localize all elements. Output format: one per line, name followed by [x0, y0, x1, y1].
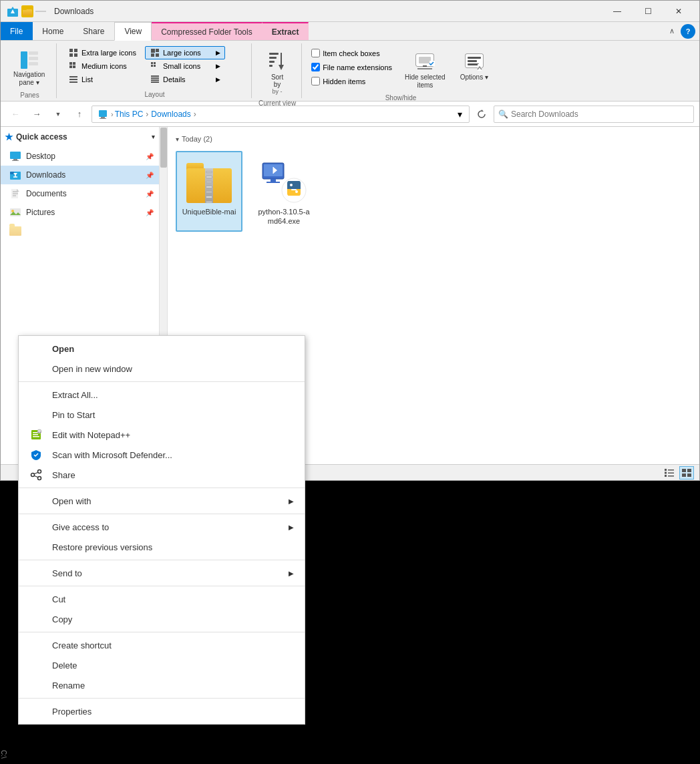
sidebar-item-desktop[interactable]: Desktop 📌: [1, 147, 159, 166]
quick-access-section[interactable]: ★ Quick access ▾: [1, 127, 159, 147]
file-name-extensions-checkbox[interactable]: [311, 63, 320, 71]
minimize-button[interactable]: —: [602, 1, 633, 22]
ribbon-collapse-button[interactable]: ∧: [665, 24, 679, 39]
tab-view[interactable]: View: [114, 22, 152, 41]
show-hide-content: Item check boxes File name extensions Hi…: [309, 43, 493, 93]
ctx-edit-notepad[interactable]: ++ Edit with Notepad++: [19, 425, 305, 445]
ctx-open[interactable]: Open: [19, 339, 305, 359]
tab-share[interactable]: Share: [73, 22, 114, 40]
status-list-view-button[interactable]: [662, 466, 677, 480]
show-hide-group: Item check boxes File name extensions Hi…: [303, 43, 498, 98]
svg-rect-8: [29, 57, 38, 60]
ctx-delete[interactable]: Delete: [19, 655, 305, 675]
medium-icons-button[interactable]: Medium icons: [63, 59, 144, 73]
ctx-give-access[interactable]: Give access to ▶: [19, 517, 305, 537]
svg-rect-41: [419, 57, 431, 63]
sidebar-item-pictures[interactable]: Pictures 📌: [1, 203, 159, 222]
item-check-boxes-label[interactable]: Item check boxes: [309, 47, 395, 59]
tab-file[interactable]: File: [1, 22, 33, 40]
file-item-uniquebible[interactable]: UniqueBible-mai: [176, 151, 242, 232]
hide-selected-button[interactable]: Hide selecteditems: [400, 46, 450, 93]
ctx-copy[interactable]: Copy: [19, 609, 305, 629]
file-name-extensions-text: File name extensions: [323, 63, 392, 71]
hidden-items-checkbox[interactable]: [311, 77, 320, 85]
ctx-separator-5: [19, 586, 305, 586]
svg-rect-20: [69, 65, 72, 68]
svg-rect-30: [151, 77, 159, 79]
svg-rect-57: [12, 160, 19, 161]
refresh-button[interactable]: [472, 105, 491, 124]
sidebar-scrollbar-thumb: [160, 128, 167, 168]
maximize-button[interactable]: ☐: [633, 1, 663, 22]
ctx-cut[interactable]: Cut: [19, 589, 305, 609]
small-icons-button[interactable]: Small icons ▶: [145, 59, 225, 73]
large-icons-button[interactable]: Large icons ▶: [145, 46, 225, 59]
sort-by-button[interactable]: Sortby by -: [260, 46, 295, 98]
ribbon-tabs: File Home Share View Compressed Folder T…: [1, 22, 699, 41]
medium-icons-label: Medium icons: [81, 62, 127, 70]
ctx-send-to[interactable]: Send to ▶: [19, 563, 305, 583]
ctx-separator-2: [19, 488, 305, 488]
ctx-rename[interactable]: Rename: [19, 675, 305, 695]
help-button[interactable]: ?: [681, 24, 695, 39]
details-button[interactable]: Details ▶: [145, 73, 225, 86]
ctx-restore-versions[interactable]: Restore previous versions: [19, 537, 305, 557]
ctx-open-with-arrow: ▶: [289, 498, 294, 505]
window-title: Downloads: [54, 7, 94, 16]
svg-rect-75: [267, 182, 280, 183]
svg-marker-38: [279, 65, 284, 70]
hidden-items-label[interactable]: Hidden items: [309, 75, 395, 87]
sort-by-sub: by -: [273, 88, 283, 95]
downloads-pin-icon: 📌: [146, 172, 154, 179]
svg-rect-13: [74, 53, 77, 57]
ctx-properties[interactable]: Properties: [19, 701, 305, 721]
ctx-create-shortcut-label: Create shortcut: [52, 640, 112, 650]
svg-rect-69: [10, 208, 21, 216]
svg-rect-33: [269, 53, 279, 55]
up-button[interactable]: ↑: [70, 105, 89, 124]
svg-rect-17: [156, 53, 159, 57]
options-button[interactable]: Options ▾: [456, 46, 493, 85]
tab-compressed[interactable]: Compressed Folder Tools: [152, 22, 262, 40]
sidebar-item-more[interactable]: [1, 222, 159, 240]
search-box[interactable]: 🔍: [494, 106, 694, 123]
sidebar-item-downloads[interactable]: Downloads 📌: [1, 166, 159, 184]
ctx-open-new-window[interactable]: Open in new window: [19, 359, 305, 379]
svg-rect-16: [151, 53, 154, 57]
ctx-extract-all[interactable]: Extract All...: [19, 385, 305, 405]
ctx-pin-to-start[interactable]: Pin to Start: [19, 405, 305, 425]
panes-group-label: Panes: [9, 90, 51, 99]
item-check-boxes-checkbox[interactable]: [311, 49, 320, 57]
tab-extract[interactable]: Extract: [262, 22, 309, 40]
path-this-pc[interactable]: This PC: [115, 110, 144, 119]
recent-locations-button[interactable]: ▼: [49, 105, 67, 124]
path-downloads[interactable]: Downloads: [151, 110, 190, 119]
list-button[interactable]: List: [63, 73, 144, 86]
status-large-view-button[interactable]: [679, 466, 694, 480]
hide-selected-label: Hide selecteditems: [405, 73, 446, 89]
path-pc-icon: [98, 109, 108, 120]
address-path[interactable]: › This PC › Downloads › ▾: [92, 106, 470, 123]
details-arrow: ▶: [216, 76, 220, 83]
svg-rect-34: [269, 57, 277, 59]
tab-home[interactable]: Home: [33, 22, 73, 40]
sort-by-label: Sortby: [271, 73, 283, 88]
navigation-pane-button[interactable]: Navigationpane ▾: [9, 46, 49, 90]
sidebar-item-documents[interactable]: Documents 📌: [1, 184, 159, 203]
close-button[interactable]: ✕: [663, 1, 694, 22]
forward-button[interactable]: →: [27, 105, 46, 124]
search-icon: 🔍: [498, 110, 508, 119]
svg-rect-48: [468, 60, 477, 62]
file-item-python[interactable]: python-3.10.5-amd64.exe: [250, 151, 317, 232]
ctx-create-shortcut[interactable]: Create shortcut: [19, 635, 305, 655]
ctx-share[interactable]: Share: [19, 465, 305, 485]
ctx-open-with[interactable]: Open with ▶: [19, 491, 305, 511]
uniquebible-icon: [185, 156, 233, 204]
ctx-scan-defender[interactable]: Scan with Microsoft Defender...: [19, 445, 305, 465]
dropdown-arrow[interactable]: ▾: [456, 108, 464, 121]
extra-large-icons-button[interactable]: Extra large icons: [63, 46, 144, 59]
search-input[interactable]: [511, 110, 689, 119]
back-button[interactable]: ←: [6, 105, 25, 124]
svg-rect-32: [151, 81, 159, 83]
file-name-extensions-label[interactable]: File name extensions: [309, 61, 395, 73]
